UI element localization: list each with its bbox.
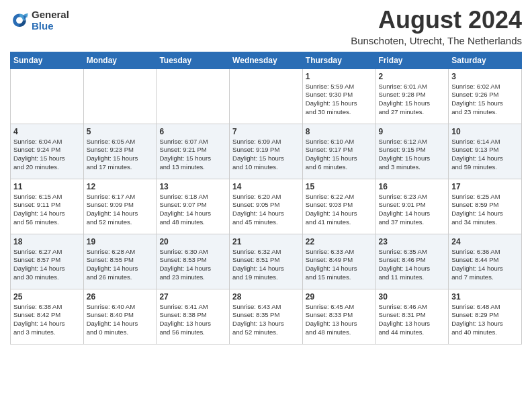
calendar-cell-w5-d0: 25Sunrise: 6:38 AM Sunset: 8:42 PM Dayli… [11,289,84,344]
day-number: 20 [159,237,226,246]
calendar-cell-w2-d4: 8Sunrise: 6:10 AM Sunset: 9:17 PM Daylig… [302,124,375,179]
header-saturday: Saturday [449,52,522,68]
day-number: 25 [13,292,81,302]
day-number: 7 [232,127,300,136]
page-container: General Blue August 2024 Bunschoten, Utr… [0,0,532,351]
logo-text: General Blue [32,9,69,32]
day-info: Sunrise: 6:30 AM Sunset: 8:53 PM Dayligh… [159,248,226,282]
calendar-cell-w4-d1: 19Sunrise: 6:28 AM Sunset: 8:55 PM Dayli… [83,234,157,289]
day-number: 24 [451,237,519,246]
day-number: 10 [451,127,519,136]
day-number: 22 [306,237,373,246]
header-wednesday: Wednesday [230,52,303,68]
calendar-cell-w4-d3: 21Sunrise: 6:32 AM Sunset: 8:51 PM Dayli… [230,234,303,289]
day-info: Sunrise: 6:33 AM Sunset: 8:49 PM Dayligh… [306,248,373,282]
calendar-cell-w1-d1 [83,68,157,124]
calendar-cell-w5-d5: 30Sunrise: 6:46 AM Sunset: 8:31 PM Dayli… [375,289,449,344]
logo-blue-text: Blue [32,21,69,32]
calendar-cell-w2-d1: 5Sunrise: 6:05 AM Sunset: 9:23 PM Daylig… [83,124,157,179]
day-number: 2 [379,72,446,81]
calendar-cell-w3-d2: 13Sunrise: 6:18 AM Sunset: 9:07 PM Dayli… [157,179,230,234]
header-monday: Monday [83,52,157,68]
calendar-cell-w5-d4: 29Sunrise: 6:45 AM Sunset: 8:33 PM Dayli… [302,289,375,344]
calendar-cell-w3-d1: 12Sunrise: 6:17 AM Sunset: 9:09 PM Dayli… [83,179,157,234]
calendar-cell-w1-d5: 2Sunrise: 6:01 AM Sunset: 9:28 PM Daylig… [375,68,449,124]
logo-general-text: General [32,9,69,21]
day-info: Sunrise: 6:36 AM Sunset: 8:44 PM Dayligh… [451,248,519,282]
day-number: 14 [232,182,300,191]
calendar-cell-w4-d2: 20Sunrise: 6:30 AM Sunset: 8:53 PM Dayli… [157,234,230,289]
day-info: Sunrise: 6:02 AM Sunset: 9:26 PM Dayligh… [451,83,519,117]
calendar-cell-w3-d0: 11Sunrise: 6:15 AM Sunset: 9:11 PM Dayli… [11,179,84,234]
day-info: Sunrise: 6:40 AM Sunset: 8:40 PM Dayligh… [87,303,154,337]
day-number: 13 [159,182,226,191]
day-number: 8 [306,127,373,136]
calendar-week-4: 18Sunrise: 6:27 AM Sunset: 8:57 PM Dayli… [11,234,522,289]
calendar-week-1: 1Sunrise: 5:59 AM Sunset: 9:30 PM Daylig… [11,68,522,124]
day-number: 19 [87,237,154,246]
day-number: 5 [87,127,154,136]
day-number: 26 [87,292,154,302]
day-number: 30 [379,292,446,302]
calendar-cell-w4-d6: 24Sunrise: 6:36 AM Sunset: 8:44 PM Dayli… [449,234,522,289]
calendar-cell-w2-d5: 9Sunrise: 6:12 AM Sunset: 9:15 PM Daylig… [375,124,449,179]
day-info: Sunrise: 6:43 AM Sunset: 8:35 PM Dayligh… [232,303,300,337]
logo: General Blue [10,9,69,32]
header-sunday: Sunday [11,52,84,68]
calendar-cell-w4-d5: 23Sunrise: 6:35 AM Sunset: 8:46 PM Dayli… [375,234,449,289]
header-friday: Friday [375,52,449,68]
calendar-cell-w4-d4: 22Sunrise: 6:33 AM Sunset: 8:49 PM Dayli… [302,234,375,289]
calendar-table: Sunday Monday Tuesday Wednesday Thursday… [10,52,522,345]
calendar-cell-w3-d4: 15Sunrise: 6:22 AM Sunset: 9:03 PM Dayli… [302,179,375,234]
weekday-header-row: Sunday Monday Tuesday Wednesday Thursday… [11,52,522,68]
day-info: Sunrise: 6:25 AM Sunset: 8:59 PM Dayligh… [451,193,519,227]
day-info: Sunrise: 6:45 AM Sunset: 8:33 PM Dayligh… [306,303,373,337]
calendar-cell-w2-d0: 4Sunrise: 6:04 AM Sunset: 9:24 PM Daylig… [11,124,84,179]
day-number: 31 [451,292,519,302]
day-number: 1 [306,72,373,81]
calendar-cell-w1-d4: 1Sunrise: 5:59 AM Sunset: 9:30 PM Daylig… [302,68,375,124]
day-info: Sunrise: 6:10 AM Sunset: 9:17 PM Dayligh… [306,138,373,172]
day-number: 3 [451,72,519,81]
month-title: August 2024 [351,7,522,34]
calendar-cell-w1-d0 [11,68,84,124]
calendar-cell-w2-d2: 6Sunrise: 6:07 AM Sunset: 9:21 PM Daylig… [157,124,230,179]
title-block: August 2024 Bunschoten, Utrecht, The Net… [351,7,522,46]
day-info: Sunrise: 6:18 AM Sunset: 9:07 PM Dayligh… [159,193,226,227]
day-number: 16 [379,182,446,191]
day-number: 23 [379,237,446,246]
header: General Blue August 2024 Bunschoten, Utr… [10,7,522,46]
calendar-week-3: 11Sunrise: 6:15 AM Sunset: 9:11 PM Dayli… [11,179,522,234]
calendar-cell-w2-d3: 7Sunrise: 6:09 AM Sunset: 9:19 PM Daylig… [230,124,303,179]
day-number: 18 [13,237,81,246]
calendar-cell-w1-d6: 3Sunrise: 6:02 AM Sunset: 9:26 PM Daylig… [449,68,522,124]
day-info: Sunrise: 5:59 AM Sunset: 9:30 PM Dayligh… [306,83,373,117]
day-info: Sunrise: 6:23 AM Sunset: 9:01 PM Dayligh… [379,193,446,227]
day-info: Sunrise: 6:07 AM Sunset: 9:21 PM Dayligh… [159,138,226,172]
day-info: Sunrise: 6:04 AM Sunset: 9:24 PM Dayligh… [13,138,81,172]
day-number: 15 [306,182,373,191]
day-number: 27 [159,292,226,302]
calendar-cell-w5-d3: 28Sunrise: 6:43 AM Sunset: 8:35 PM Dayli… [230,289,303,344]
calendar-cell-w2-d6: 10Sunrise: 6:14 AM Sunset: 9:13 PM Dayli… [449,124,522,179]
header-tuesday: Tuesday [157,52,230,68]
calendar-cell-w5-d2: 27Sunrise: 6:41 AM Sunset: 8:38 PM Dayli… [157,289,230,344]
calendar-cell-w5-d6: 31Sunrise: 6:48 AM Sunset: 8:29 PM Dayli… [449,289,522,344]
day-info: Sunrise: 6:20 AM Sunset: 9:05 PM Dayligh… [232,193,300,227]
day-number: 4 [13,127,81,136]
day-number: 21 [232,237,300,246]
day-number: 17 [451,182,519,191]
day-info: Sunrise: 6:41 AM Sunset: 8:38 PM Dayligh… [159,303,226,337]
day-info: Sunrise: 6:35 AM Sunset: 8:46 PM Dayligh… [379,248,446,282]
day-info: Sunrise: 6:12 AM Sunset: 9:15 PM Dayligh… [379,138,446,172]
day-info: Sunrise: 6:17 AM Sunset: 9:09 PM Dayligh… [87,193,154,227]
calendar-cell-w5-d1: 26Sunrise: 6:40 AM Sunset: 8:40 PM Dayli… [83,289,157,344]
day-number: 28 [232,292,300,302]
day-info: Sunrise: 6:14 AM Sunset: 9:13 PM Dayligh… [451,138,519,172]
day-info: Sunrise: 6:48 AM Sunset: 8:29 PM Dayligh… [451,303,519,337]
header-thursday: Thursday [302,52,375,68]
day-info: Sunrise: 6:38 AM Sunset: 8:42 PM Dayligh… [13,303,81,337]
logo-icon [10,11,29,30]
location-title: Bunschoten, Utrecht, The Netherlands [351,35,522,46]
day-info: Sunrise: 6:27 AM Sunset: 8:57 PM Dayligh… [13,248,81,282]
